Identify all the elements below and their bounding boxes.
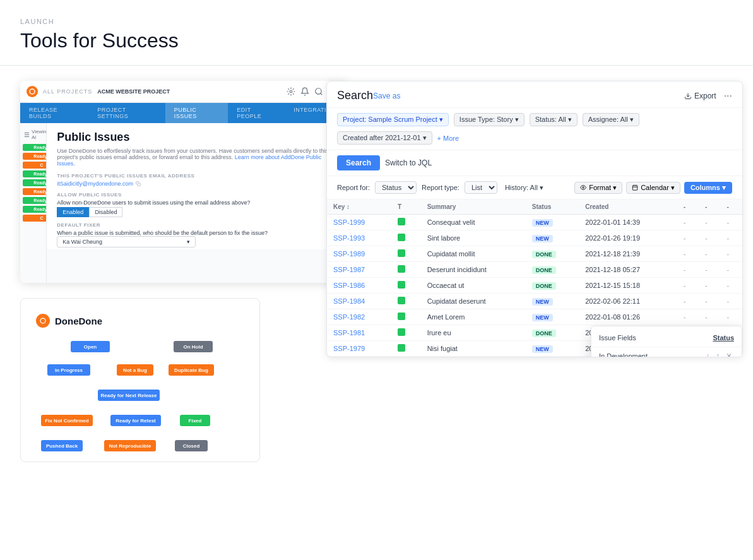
cell-created: 2021-12-15 15:18: [579, 278, 677, 294]
issue-link[interactable]: SSP-1989: [333, 250, 365, 258]
cell-type: [391, 262, 421, 278]
filter-created[interactable]: Created after 2021-12-01 ▾: [337, 131, 432, 145]
sidebar-badge-1: Ready f: [23, 144, 47, 151]
filter-project[interactable]: Project: Sample Scrum Project ▾: [337, 113, 449, 126]
tab-project-settings[interactable]: PROJECT SETTINGS: [88, 103, 165, 123]
donedone-screenshot: ALL PROJECTS ACME WEBSITE PROJECT + RELE…: [20, 81, 348, 283]
toggle-enabled[interactable]: Enabled: [57, 207, 89, 217]
col-in-dev-label: In Development: [599, 352, 648, 357]
more-button[interactable]: ···: [724, 90, 732, 102]
issue-link[interactable]: SSP-1993: [333, 234, 365, 242]
columns-button[interactable]: Columns ▾: [684, 182, 732, 194]
cell-type: [391, 325, 421, 341]
page-header: LAUNCH Tools for Success: [0, 0, 753, 66]
wf-inprogress: In Progress: [47, 364, 90, 376]
cell-key: SSP-1986: [327, 278, 391, 294]
wf-fixnotconf: Fix Not Confirmed: [41, 415, 93, 426]
filter-status[interactable]: Status: All ▾: [530, 113, 578, 126]
cell-key: SSP-1989: [327, 246, 391, 262]
dd-fixer-select[interactable]: Ka Wai Cheung ▾: [57, 236, 196, 247]
cell-summary: Consequat velit: [421, 215, 526, 230]
jira-search-title: Search: [337, 89, 373, 102]
svg-point-10: [40, 318, 45, 323]
format-button[interactable]: Format ▾: [574, 182, 622, 194]
cell-extra3: -: [721, 278, 742, 294]
cell-summary: Amet Lorem: [421, 309, 526, 325]
dd-toggle[interactable]: Enabled Disabled: [57, 207, 338, 217]
svg-point-0: [30, 89, 35, 94]
calendar-button[interactable]: Calendar ▾: [626, 182, 680, 194]
svg-line-3: [321, 93, 323, 95]
switch-jql-button[interactable]: Switch to JQL: [385, 158, 432, 167]
issue-link[interactable]: SSP-1986: [333, 282, 365, 289]
search-icon[interactable]: [314, 87, 323, 96]
tab-edit-people[interactable]: EDIT PEOPLE: [228, 103, 285, 123]
jira-header-actions: Export ···: [684, 90, 732, 102]
col-summary: Summary: [421, 200, 526, 215]
col-in-dev-up[interactable]: ↑: [714, 351, 721, 357]
dd-email-row: itSaidicitly@mydonedone.com: [57, 181, 338, 187]
table-row: SSP-1982 Amet Lorem NEW 2022-01-08 01:26…: [327, 309, 742, 325]
page-title: Tools for Success: [20, 29, 733, 52]
cell-extra2: -: [699, 215, 720, 230]
status-badge: DONE: [532, 282, 556, 290]
dd-orange-icon: [27, 86, 38, 97]
dd-top-bar: ALL PROJECTS ACME WEBSITE PROJECT +: [20, 81, 348, 103]
tab-public-issues[interactable]: PUBLIC ISSUES: [165, 103, 228, 123]
col-extra1: -: [677, 200, 699, 215]
table-row: SSP-1999 Consequat velit NEW 2022-01-01 …: [327, 215, 742, 230]
launch-label: LAUNCH: [20, 18, 733, 25]
cell-created: 2022-01-01 14:39: [579, 215, 677, 230]
issue-link[interactable]: SSP-1987: [333, 266, 365, 273]
cell-key: SSP-1984: [327, 294, 391, 309]
col-in-dev-down[interactable]: ↓: [704, 351, 711, 357]
workflow-diagram: Open On Hold In Progress Not a Bug Dupli…: [36, 338, 244, 455]
svg-point-1: [290, 90, 292, 93]
search-button[interactable]: Search: [337, 155, 380, 170]
dd-body: ☰ Viewing: Al Ready f Ready f C Ready f …: [20, 123, 348, 283]
col-field-label: Issue Fields: [599, 334, 636, 342]
more-filters-btn[interactable]: + More: [437, 134, 460, 142]
table-row: SSP-1987 Deserunt incididunt DONE 2021-1…: [327, 262, 742, 278]
issue-link[interactable]: SSP-1984: [333, 297, 365, 305]
copy-icon[interactable]: [136, 181, 141, 186]
col-in-dev-remove[interactable]: ✕: [724, 351, 734, 357]
issue-type-icon: [398, 281, 405, 289]
sidebar-badge-9: C: [23, 215, 47, 222]
filter-issuetype[interactable]: Issue Type: Story ▾: [454, 113, 525, 126]
project-name-label: ACME WEBSITE PROJECT: [97, 88, 170, 95]
export-icon: [684, 92, 692, 100]
wf-pushedback: Pushed Back: [41, 440, 83, 451]
filter-assignee[interactable]: Assignee: All ▾: [583, 113, 639, 126]
cell-extra2: -: [699, 246, 720, 262]
table-row: SSP-1989 Cupidatat mollit DONE 2021-12-1…: [327, 246, 742, 262]
toggle-disabled[interactable]: Disabled: [89, 207, 122, 217]
bell-icon[interactable]: [300, 87, 309, 96]
col-extra3: -: [721, 200, 742, 215]
save-as-link[interactable]: Save as: [373, 92, 400, 100]
cell-created: 2022-01-08 01:26: [579, 309, 677, 325]
eye-icon: [580, 184, 586, 191]
tab-release-builds[interactable]: RELEASE BUILDS: [20, 103, 88, 123]
dd-fixer-label: DEFAULT FIXER: [57, 222, 338, 228]
status-badge: DONE: [532, 266, 556, 274]
report-type-select[interactable]: List: [465, 181, 497, 194]
report-for-select[interactable]: Status: [375, 181, 417, 194]
cell-created: 2022-01-26 19:19: [579, 230, 677, 246]
issue-link[interactable]: SSP-1979: [333, 345, 365, 352]
cell-type: [391, 246, 421, 262]
issue-link[interactable]: SSP-1981: [333, 329, 365, 337]
dd-sidebar: ☰ Viewing: Al Ready f Ready f C Ready f …: [20, 123, 47, 283]
svg-point-2: [316, 88, 321, 94]
cell-extra1: -: [677, 278, 699, 294]
settings-icon[interactable]: [287, 87, 295, 96]
dd-workflow-title: DoneDone: [55, 316, 102, 326]
export-button[interactable]: Export: [684, 92, 716, 100]
dd-sidebar-nav: ☰ Viewing: Al: [23, 127, 44, 142]
cell-status: DONE: [526, 262, 579, 278]
cell-summary: Occaecat ut: [421, 278, 526, 294]
issue-link[interactable]: SSP-1982: [333, 313, 365, 321]
issue-link[interactable]: SSP-1999: [333, 218, 365, 226]
all-projects-label[interactable]: ALL PROJECTS: [43, 88, 92, 95]
cell-status: DONE: [526, 246, 579, 262]
